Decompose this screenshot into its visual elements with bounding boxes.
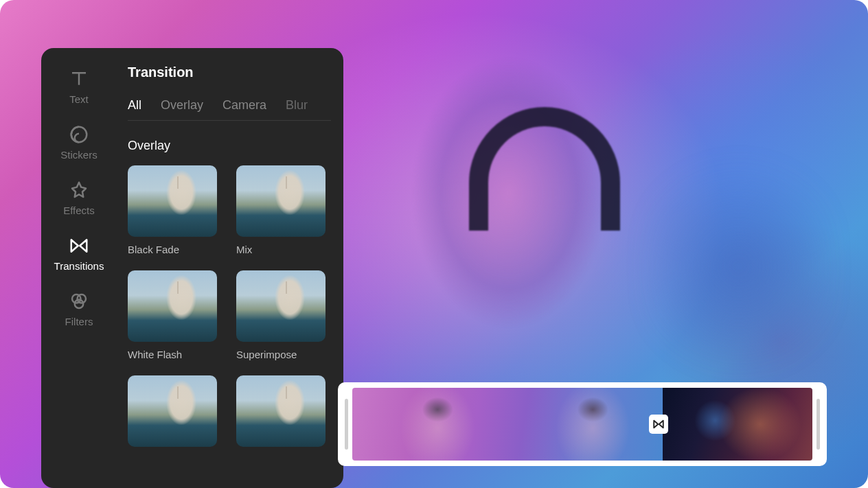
category-tabs: All Overlay Camera Blur [128,98,331,121]
sidebar-item-label: Transitions [54,260,104,272]
transition-label: Mix [236,244,331,255]
sidebar-item-label: Stickers [60,149,97,161]
transition-item-superimpose[interactable]: Superimpose [236,270,331,360]
sticker-icon [69,124,89,145]
transition-label: Superimpose [236,349,331,360]
tab-all[interactable]: All [128,98,141,113]
clip-handle-left[interactable] [345,399,348,450]
clip-handle-right[interactable] [816,399,820,450]
transition-label: White Flash [128,349,222,360]
transition-item[interactable] [236,375,331,447]
transition-icon [652,418,665,430]
section-title: Overlay [128,139,331,153]
timeline [338,382,827,466]
panel-title: Transition [128,65,331,80]
transition-item-white-flash[interactable]: White Flash [128,270,222,360]
sidebar-item-effects[interactable]: Effects [41,180,117,216]
star-icon [69,180,89,200]
transition-thumbnail [128,375,217,447]
transition-marker[interactable] [649,415,668,434]
sidebar-item-transitions[interactable]: Transitions [41,235,117,272]
panel-content: Transition All Overlay Camera Blur Overl… [117,48,343,488]
transition-thumbnail [236,270,326,342]
sidebar-item-label: Filters [65,316,93,327]
clip-track[interactable] [352,388,812,461]
tab-overlay[interactable]: Overlay [161,98,203,113]
sidebar-item-label: Effects [63,205,95,216]
tab-camera[interactable]: Camera [222,98,266,113]
transition-item-mix[interactable]: Mix [236,165,331,255]
transition-thumbnail [236,165,326,237]
transition-item-black-fade[interactable]: Black Fade [128,165,222,255]
text-icon [69,69,89,89]
transition-thumbnail [128,270,217,342]
clip-1[interactable] [352,388,663,461]
effects-panel: Text Stickers Effects Transitions Filter [41,48,343,488]
transition-thumbnail [128,165,217,237]
filter-icon [69,291,89,312]
sidebar-item-stickers[interactable]: Stickers [41,124,117,161]
transition-icon [69,235,89,256]
sidebar: Text Stickers Effects Transitions Filter [41,48,117,488]
svg-point-3 [75,300,84,309]
transition-grid: Black Fade Mix White Flash Superimpose [128,165,331,447]
sidebar-item-text[interactable]: Text [41,69,117,105]
clip-2[interactable] [663,388,812,461]
sidebar-item-label: Text [69,93,89,105]
transition-item[interactable] [128,375,222,447]
transition-thumbnail [236,375,326,447]
preview-bokeh [653,146,825,386]
tab-blur[interactable]: Blur [286,98,308,113]
transition-label: Black Fade [128,244,222,255]
sidebar-item-filters[interactable]: Filters [41,291,117,327]
